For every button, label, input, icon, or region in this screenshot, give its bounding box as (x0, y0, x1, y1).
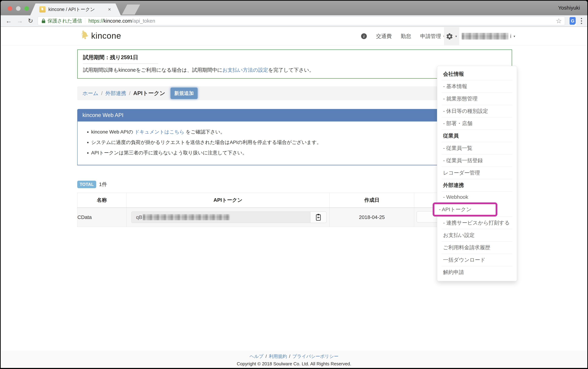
settings-menu-item-link[interactable]: - 従業員一覧 (442, 142, 512, 154)
token-created-cell: 2018-04-25 (330, 208, 414, 227)
browser-tab[interactable]: kincone / APIトークン × (30, 3, 121, 15)
breadcrumb-item: APIトークン (133, 90, 165, 96)
documentation-link[interactable]: ドキュメントはこちら (134, 129, 184, 134)
url-divider (85, 18, 85, 24)
minimize-window-button[interactable] (16, 6, 20, 11)
settings-menu-item-link[interactable]: ご利用料金請求履歴 (442, 242, 512, 254)
settings-menu-item[interactable]: ご利用料金請求履歴 (442, 241, 512, 254)
nav-item-requests[interactable]: 申請管理▼ (420, 33, 446, 40)
clipboard-copy-icon (315, 214, 321, 221)
settings-menu-item[interactable]: - 就業形態管理 (442, 92, 512, 105)
reload-icon[interactable]: ↻ (28, 18, 33, 24)
gear-icon (446, 33, 453, 40)
breadcrumb-item[interactable]: ホーム (82, 90, 98, 96)
window-controls (8, 6, 29, 11)
settings-menu-item[interactable]: - 従業員一覧 (442, 142, 512, 154)
settings-menu-item-link[interactable]: 解約申請 (442, 266, 512, 278)
settings-menu-item-link[interactable]: - 部署・店舗 (442, 117, 512, 130)
url-host: kincone.com (103, 18, 132, 24)
kincone-logo[interactable]: kincone (79, 30, 121, 41)
browser-toolbar: ← → ↻ 保護された通信 https://kincone.com/api_to… (1, 15, 587, 27)
settings-menu-item-link[interactable]: 一括ダウンロード (442, 254, 512, 266)
token-name-cell: CData (77, 208, 127, 227)
breadcrumb-item[interactable]: 外部連携 (105, 90, 126, 96)
add-new-button[interactable]: 新規追加 (170, 88, 198, 99)
tab-close-icon[interactable]: × (108, 6, 111, 12)
settings-menu-item-link[interactable]: - 休日等の種別設定 (442, 105, 512, 117)
settings-menu-item[interactable]: - 連携サービスから打刻する (442, 216, 512, 229)
settings-menu-item[interactable]: お支払い設定 (442, 229, 512, 241)
nav-item-transport[interactable]: 交通費 (376, 33, 392, 40)
settings-menu-item-link[interactable]: - 従業員一括登録 (442, 154, 512, 167)
browser-profile-name[interactable]: Yoshiyuki (558, 5, 580, 11)
breadcrumb-separator: / (101, 90, 102, 96)
footer-separator: / (266, 354, 267, 359)
settings-menu-item[interactable]: - 従業員一括登録 (442, 154, 512, 167)
settings-menu-item-link[interactable]: - APIトークン (434, 204, 496, 215)
browser-window: kincone / APIトークン × Yoshiyuki ← → ↻ 保護され… (1, 1, 587, 368)
back-icon[interactable]: ← (6, 18, 12, 24)
settings-menu-item[interactable]: - Webhook (442, 191, 512, 202)
footer-link[interactable]: 利用規約 (269, 354, 287, 359)
close-window-button[interactable] (8, 6, 12, 11)
settings-menu-item: 外部連携 (442, 179, 512, 191)
settings-menu-item[interactable]: - 基本情報 (442, 80, 512, 92)
settings-menu-item[interactable]: - 休日等の種別設定 (442, 105, 512, 117)
new-tab-button[interactable] (122, 5, 140, 15)
settings-menu-item[interactable]: レコーダー管理 (442, 167, 512, 179)
settings-menu-item-link[interactable]: - 就業形態管理 (442, 93, 512, 105)
settings-menu-item-link[interactable]: - 連携サービスから打刻する (442, 217, 512, 229)
total-count: 1件 (99, 181, 107, 188)
browser-titlebar: kincone / APIトークン × Yoshiyuki (1, 1, 587, 15)
user-name-redacted (462, 33, 508, 40)
settings-menu-item: 会社情報 (442, 68, 512, 80)
settings-dropdown-menu: 会社情報- 基本情報- 就業形態管理- 休日等の種別設定- 部署・店舗従業員- … (437, 66, 517, 281)
settings-gear-button[interactable]: ▼ (444, 27, 459, 45)
settings-menu-item-link[interactable]: レコーダー管理 (442, 167, 512, 179)
zoom-window-button[interactable] (24, 6, 29, 11)
settings-menu-item-header: 外部連携 (442, 179, 512, 191)
page-body: 試用期間：残り2591日 試用期間以降もkinconeをご利用になる場合は、試用… (1, 46, 587, 368)
settings-menu-item-link[interactable]: - Webhook (442, 192, 512, 202)
divider (83, 63, 158, 64)
forward-icon[interactable]: → (17, 18, 23, 24)
copy-token-button[interactable] (310, 212, 327, 223)
address-bar[interactable]: 保護された通信 https://kincone.com/api_token ☆ (38, 17, 565, 25)
chevron-down-icon: ▼ (513, 35, 516, 38)
footer-link[interactable]: プライバシーポリシー (292, 354, 339, 359)
token-redacted (143, 214, 230, 220)
settings-menu-item-highlighted[interactable]: - APIトークン (433, 202, 497, 216)
translate-extension-icon[interactable]: G (569, 17, 576, 25)
footer-links: ヘルプ/利用規約/プライバシーポリシー (1, 353, 587, 359)
bookmark-star-icon[interactable]: ☆ (556, 17, 562, 25)
footer: ヘルプ/利用規約/プライバシーポリシー Copyright © 2018 Sou… (1, 350, 587, 368)
token-value-field[interactable]: qB (131, 212, 310, 223)
settings-menu-item[interactable]: 解約申請 (442, 266, 512, 278)
user-name-suffix: i (510, 33, 511, 39)
url-path: /api_token (132, 18, 155, 24)
nav-item-attendance[interactable]: 勤怠 (401, 33, 411, 40)
trial-title: 試用期間：残り2591日 (83, 54, 506, 61)
browser-menu-icon[interactable] (581, 18, 582, 24)
lock-icon (41, 18, 46, 23)
svg-text:i: i (363, 34, 364, 39)
settings-menu-item[interactable]: - 部署・店舗 (442, 117, 512, 130)
column-header-name: 名称 (77, 193, 127, 208)
screenshot-frame: kincone / APIトークン × Yoshiyuki ← → ↻ 保護され… (0, 0, 588, 369)
main-nav: i 交通費 勤怠 申請管理▼ i ▼ ▼ (361, 27, 516, 45)
user-menu[interactable]: i ▼ (454, 33, 516, 40)
site-header: kincone i 交通費 勤怠 申請管理▼ i ▼ ▼ (1, 27, 587, 45)
security-status[interactable]: 保護された通信 (41, 18, 82, 24)
footer-link[interactable]: ヘルプ (249, 354, 263, 359)
payment-settings-link[interactable]: お支払い方法の設定 (222, 67, 268, 73)
info-icon[interactable]: i (361, 33, 367, 39)
chevron-down-icon: ▼ (455, 35, 458, 38)
settings-menu-item-header: 会社情報 (442, 68, 512, 80)
kincone-favicon-bell-icon (39, 6, 46, 12)
settings-menu-item-link[interactable]: お支払い設定 (442, 229, 512, 241)
settings-menu-item[interactable]: 一括ダウンロード (442, 254, 512, 266)
footer-separator: / (289, 354, 290, 359)
total-badge: TOTAL (77, 181, 96, 188)
settings-menu-item-link[interactable]: - 基本情報 (442, 81, 512, 92)
brand-name: kincone (91, 31, 121, 41)
